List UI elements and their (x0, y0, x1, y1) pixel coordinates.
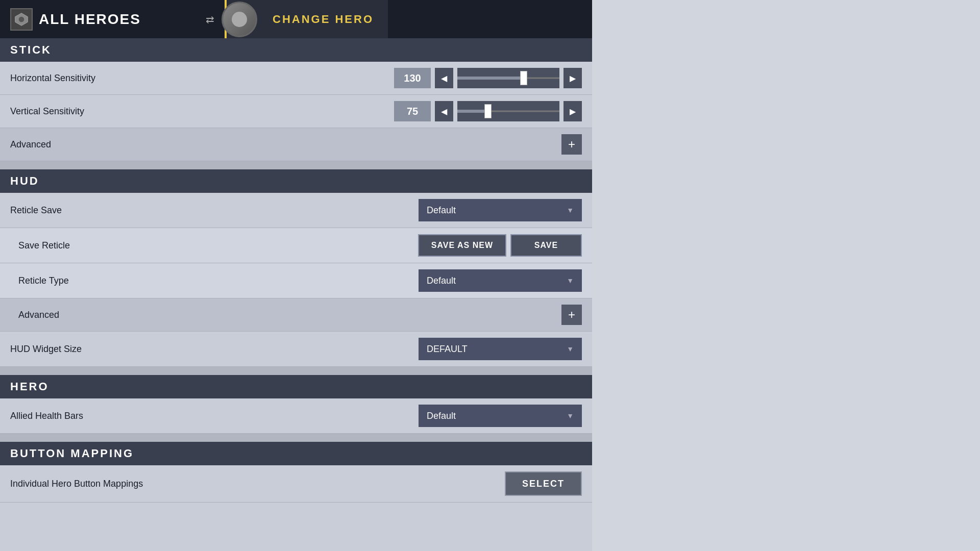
hud-settings: Reticle Save Default ▼ Save Reticle SAVE… (0, 193, 592, 367)
hud-advanced-expand[interactable]: + (561, 305, 582, 325)
stick-label: STICK (10, 43, 52, 57)
allied-health-bars-dropdown[interactable]: Default ▼ (419, 405, 582, 427)
button-mapping-section-header: BUTTON MAPPING (0, 442, 592, 465)
change-hero-button[interactable]: CHANGE HERO (225, 0, 388, 38)
vertical-sensitivity-increase[interactable]: ▶ (564, 101, 582, 121)
slider-fill-vertical (457, 110, 488, 113)
reticle-type-label: Reticle Type (18, 276, 419, 286)
hero-label: HERO (10, 380, 49, 393)
stick-settings: Horizontal Sensitivity 130 ◀ ▶ Vertical … (0, 62, 592, 161)
main-panel: ALL HEROES ⇄ CHANGE HERO STICK Horizonta… (0, 0, 592, 551)
horizontal-sensitivity-value: 130 (394, 68, 431, 88)
save-button[interactable]: SAVE (510, 234, 582, 257)
horizontal-sensitivity-row: Horizontal Sensitivity 130 ◀ ▶ (0, 62, 592, 95)
reticle-save-row: Reticle Save Default ▼ (0, 193, 592, 228)
horizontal-sensitivity-increase[interactable]: ▶ (564, 68, 582, 88)
reticle-save-label: Reticle Save (10, 205, 419, 216)
stick-advanced-expand[interactable]: + (561, 134, 582, 155)
slider-fill-horizontal (457, 77, 524, 80)
change-hero-label: CHANGE HERO (273, 13, 374, 26)
all-heroes-label: ALL HEROES (39, 11, 141, 28)
select-button[interactable]: SELECT (505, 471, 582, 496)
allied-health-bars-row: Allied Health Bars Default ▼ (0, 398, 592, 434)
allied-health-bars-arrow: ▼ (567, 412, 574, 420)
allied-health-bars-label: Allied Health Bars (10, 411, 419, 421)
vertical-sensitivity-slider[interactable] (457, 101, 559, 121)
horizontal-sensitivity-label: Horizontal Sensitivity (10, 73, 394, 84)
hero-icon-svg (14, 12, 29, 27)
hero-icon (10, 8, 33, 31)
save-reticle-label: Save Reticle (18, 240, 418, 251)
change-hero-avatar (222, 2, 257, 37)
hud-widget-size-arrow: ▼ (567, 345, 574, 353)
save-reticle-buttons: SAVE AS NEW SAVE (418, 234, 582, 257)
horizontal-sensitivity-control: 130 ◀ ▶ (394, 68, 582, 88)
header: ALL HEROES ⇄ CHANGE HERO (0, 0, 592, 38)
stick-advanced-row: Advanced + (0, 128, 592, 161)
hud-widget-size-dropdown[interactable]: DEFAULT ▼ (419, 338, 582, 360)
save-as-new-button[interactable]: SAVE AS NEW (418, 234, 506, 257)
horizontal-sensitivity-decrease[interactable]: ◀ (435, 68, 453, 88)
hud-label: HUD (10, 174, 39, 188)
slider-thumb-horizontal[interactable] (520, 71, 527, 85)
reticle-type-dropdown[interactable]: Default ▼ (419, 269, 582, 292)
reticle-save-value: Default (427, 205, 456, 216)
reticle-type-row: Reticle Type Default ▼ (0, 263, 592, 298)
button-mapping-label: BUTTON MAPPING (10, 447, 134, 460)
swap-icon[interactable]: ⇄ (206, 13, 214, 26)
reticle-type-arrow: ▼ (567, 277, 574, 285)
hud-section-header: HUD (0, 169, 592, 193)
individual-hero-label: Individual Hero Button Mappings (10, 479, 505, 489)
hero-settings: Allied Health Bars Default ▼ (0, 398, 592, 434)
stick-advanced-label: Advanced (10, 139, 561, 150)
reticle-type-value: Default (427, 276, 456, 286)
gap-2 (0, 367, 592, 375)
vertical-sensitivity-row: Vertical Sensitivity 75 ◀ ▶ (0, 95, 592, 128)
vertical-sensitivity-control: 75 ◀ ▶ (394, 101, 582, 121)
side-panel (592, 0, 980, 551)
all-heroes-section: ALL HEROES ⇄ (0, 8, 225, 31)
vertical-sensitivity-decrease[interactable]: ◀ (435, 101, 453, 121)
button-mapping-settings: Individual Hero Button Mappings SELECT (0, 465, 592, 503)
content-area: STICK Horizontal Sensitivity 130 ◀ ▶ (0, 38, 592, 551)
reticle-save-arrow: ▼ (567, 206, 574, 214)
svg-point-1 (19, 16, 24, 22)
individual-hero-row: Individual Hero Button Mappings SELECT (0, 465, 592, 503)
gap-3 (0, 434, 592, 442)
hud-widget-size-row: HUD Widget Size DEFAULT ▼ (0, 332, 592, 367)
save-reticle-row: Save Reticle SAVE AS NEW SAVE (0, 228, 592, 263)
horizontal-sensitivity-slider[interactable] (457, 68, 559, 88)
vertical-sensitivity-label: Vertical Sensitivity (10, 106, 394, 117)
reticle-save-dropdown[interactable]: Default ▼ (419, 199, 582, 221)
vertical-sensitivity-value: 75 (394, 101, 431, 121)
hero-section-header: HERO (0, 375, 592, 398)
slider-thumb-vertical[interactable] (484, 104, 492, 118)
hud-widget-size-value: DEFAULT (427, 344, 468, 355)
hud-widget-size-label: HUD Widget Size (10, 344, 419, 355)
gap-1 (0, 161, 592, 169)
allied-health-bars-value: Default (427, 411, 456, 421)
hud-advanced-label: Advanced (18, 310, 561, 320)
hud-advanced-row: Advanced + (0, 298, 592, 332)
stick-section-header: STICK (0, 38, 592, 62)
